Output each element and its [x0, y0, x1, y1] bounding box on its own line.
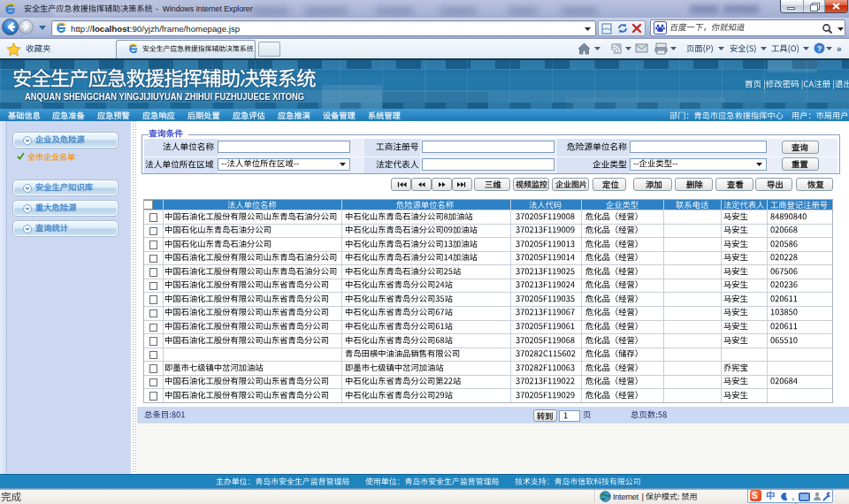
- svg-text:?: ?: [817, 44, 822, 53]
